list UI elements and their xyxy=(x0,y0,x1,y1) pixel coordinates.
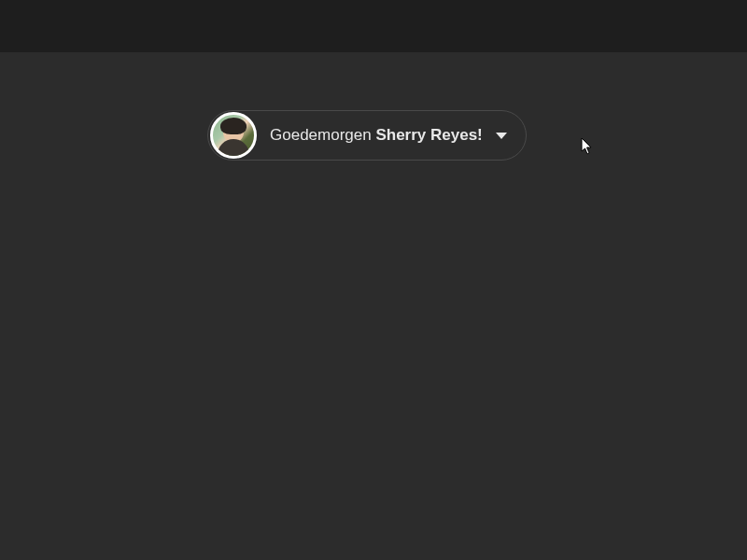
chevron-down-icon xyxy=(496,133,507,139)
top-bar xyxy=(0,0,747,52)
mouse-cursor-icon xyxy=(581,137,594,156)
greeting-text: Goedemorgen Sherry Reyes! xyxy=(270,126,483,145)
user-avatar xyxy=(210,112,257,159)
greeting-prefix: Goedemorgen xyxy=(270,126,375,144)
user-greeting-dropdown[interactable]: Goedemorgen Sherry Reyes! xyxy=(207,110,527,161)
greeting-name: Sherry Reyes! xyxy=(375,126,482,144)
